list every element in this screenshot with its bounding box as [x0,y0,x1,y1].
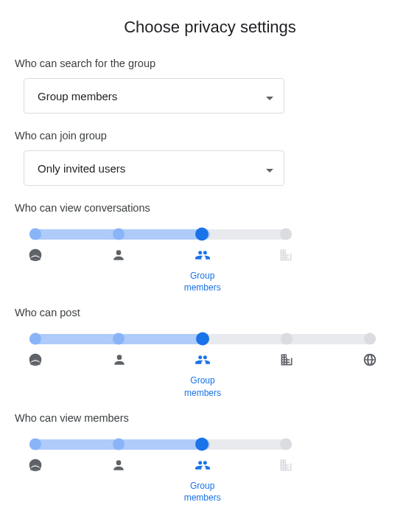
group-icon[interactable]: Group members [181,352,225,398]
slider-post[interactable] [29,333,376,345]
slider-stops [29,438,292,450]
slider-stop[interactable] [113,438,125,450]
select-join[interactable]: Only invited users [24,150,284,186]
page-title: Choose privacy settings [15,18,405,37]
org-icon[interactable] [264,248,308,293]
slider-stop-label: Group members [184,480,221,504]
slider-icons-post: Group members [29,352,376,398]
slider-stop[interactable] [281,333,293,345]
slider-section-post: Who can postGroup members [15,307,405,398]
slider-view-conversations[interactable] [29,229,292,240]
org-icon[interactable] [264,458,308,504]
slider-stops [29,333,376,346]
web-icon[interactable] [348,352,392,398]
org-icon[interactable] [265,352,309,398]
slider-stop[interactable] [196,332,209,346]
slider-icons-view-members: Group members [29,458,292,504]
manager-icon[interactable] [97,458,141,504]
slider-section-view-members: Who can view membersGroup members [15,412,405,504]
field-join: Who can join group Only invited users [15,130,405,186]
slider-stop[interactable] [280,438,292,450]
field-join-label: Who can join group [15,130,405,142]
field-search: Who can search for the group Group membe… [15,58,405,114]
slider-view-members[interactable] [29,439,292,450]
select-search[interactable]: Group members [24,78,284,114]
select-join-value: Only invited users [38,162,125,175]
slider-stop[interactable] [113,333,125,345]
slider-icons-view-conversations: Group members [29,248,292,293]
slider-stop[interactable] [195,437,209,450]
slider-stop[interactable] [29,438,41,450]
select-search-value: Group members [38,90,117,102]
manager-icon[interactable] [97,248,141,293]
owner-icon[interactable] [13,352,57,398]
group-icon[interactable]: Group members [181,458,225,504]
owner-icon[interactable] [13,458,57,504]
slider-stops [29,229,292,241]
slider-label-view-members: Who can view members [15,412,405,424]
slider-stop[interactable] [280,229,292,240]
slider-stop-label: Group members [184,270,221,293]
owner-icon[interactable] [13,248,57,293]
slider-stop[interactable] [195,228,209,241]
slider-label-view-conversations: Who can view conversations [15,202,405,214]
field-search-label: Who can search for the group [15,58,405,69]
slider-stop[interactable] [29,229,41,240]
slider-stop[interactable] [113,229,125,240]
slider-stop[interactable] [364,333,376,345]
manager-icon[interactable] [97,352,141,398]
chevron-down-icon [266,162,273,175]
chevron-down-icon [266,90,273,102]
group-icon[interactable]: Group members [181,248,225,293]
slider-section-view-conversations: Who can view conversationsGroup members [15,202,405,293]
slider-label-post: Who can post [15,307,405,318]
slider-stop[interactable] [29,333,41,345]
slider-stop-label: Group members [184,375,221,398]
